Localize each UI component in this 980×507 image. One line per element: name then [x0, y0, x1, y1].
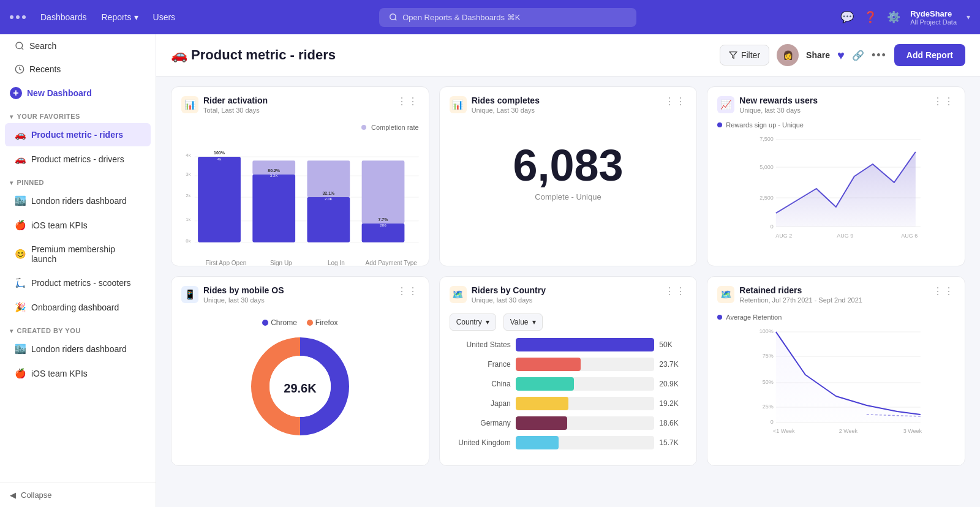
- hbar-filters-area: Country ▾ Value ▾: [450, 314, 687, 331]
- pinned-label: Pinned: [17, 179, 45, 186]
- sidebar-new-dashboard[interactable]: + New Dashboard: [0, 81, 156, 105]
- rewards-legend-dot: [717, 122, 722, 127]
- svg-text:4k: 4k: [217, 157, 222, 161]
- created-chevron: ▾: [10, 328, 13, 334]
- sidebar-item-onboarding-label: Onboarding dashboard: [31, 302, 119, 312]
- hbar-uk-track: [516, 436, 655, 449]
- sidebar-item-premium[interactable]: 😊 Premium membership launch: [5, 238, 151, 270]
- sidebar-item-london-created[interactable]: 🏙️ London riders dashboard: [5, 337, 151, 361]
- svg-text:2 Week: 2 Week: [839, 428, 858, 434]
- filter-button[interactable]: Filter: [720, 45, 769, 66]
- page-title: 🚗 Product metric - riders: [171, 47, 712, 63]
- svg-text:29.6K: 29.6K: [284, 381, 317, 395]
- rides-completes-label: Complete - Unique: [535, 192, 601, 201]
- svg-text:AUG 6: AUG 6: [902, 233, 918, 239]
- chat-icon[interactable]: 💬: [840, 10, 854, 24]
- rides-by-os-menu[interactable]: ⋮⋮: [397, 285, 419, 297]
- hbar-uk-fill: [516, 436, 559, 449]
- svg-text:AUG 2: AUG 2: [776, 233, 793, 239]
- sidebar-recents[interactable]: Recents: [5, 58, 151, 80]
- sidebar-item-premium-label: Premium membership launch: [31, 244, 141, 264]
- sidebar-item-label: Product metrics - drivers: [31, 154, 124, 164]
- sidebar-item-london[interactable]: 🏙️ London riders dashboard: [5, 189, 151, 212]
- global-search-box[interactable]: Open Reports & Dashboards ⌘K: [379, 8, 636, 27]
- user-info[interactable]: RydeShare All Project Data: [910, 9, 957, 26]
- hbar-japan-track: [516, 397, 655, 410]
- svg-text:0: 0: [771, 223, 774, 230]
- sidebar-search[interactable]: Search: [5, 35, 151, 57]
- sidebar-favorites-section[interactable]: ▾ Your Favorites: [0, 105, 156, 122]
- rider-activation-title: Rider activation: [203, 96, 268, 105]
- sidebar-item-ios-created[interactable]: 🍎 iOS team KPIs: [5, 362, 151, 385]
- reports-nav[interactable]: Reports: [102, 12, 138, 22]
- copy-link-button[interactable]: 🔗: [852, 50, 864, 61]
- dashboards-nav[interactable]: Dashboards: [40, 12, 87, 22]
- hbar-germany: Germany 18.6K: [450, 416, 687, 430]
- add-report-button[interactable]: Add Report: [894, 44, 965, 66]
- svg-point-0: [390, 14, 396, 20]
- x-label-signup: Sign Up: [254, 260, 309, 266]
- value-filter[interactable]: Value ▾: [503, 314, 543, 331]
- sidebar-item-onboarding[interactable]: 🎉 Onboarding dashboard: [5, 296, 151, 319]
- svg-text:1k: 1k: [186, 217, 190, 222]
- favorite-button[interactable]: ♥: [837, 48, 845, 62]
- share-button[interactable]: Share: [806, 50, 830, 60]
- rides-completes-icon: 📊: [450, 96, 467, 113]
- users-nav[interactable]: Users: [153, 12, 176, 22]
- new-rewards-chart: Rewards sign up - Unique 7,500 5,000 2,5…: [707, 119, 965, 254]
- country-filter[interactable]: Country ▾: [450, 314, 496, 331]
- pinned-chevron: ▾: [10, 179, 13, 186]
- rides-completes-header: 📊 Rides completes Unique, Last 30 days ⋮…: [440, 87, 697, 119]
- retention-legend-dot: [717, 315, 722, 320]
- riders-by-country-header: 🗺️ Riders by Country Unique, last 30 day…: [440, 277, 697, 309]
- car-icon-2: 🚗: [15, 154, 26, 165]
- svg-marker-55: [776, 332, 921, 423]
- hbar-france: France 23.7K: [450, 358, 687, 371]
- hbar-china-value: 20.9K: [659, 380, 687, 388]
- app-logo[interactable]: [10, 15, 26, 19]
- new-rewards-title: New rewards users: [739, 96, 818, 105]
- sidebar-item-product-metric-riders[interactable]: 🚗 Product metric - riders: [5, 123, 151, 146]
- settings-icon[interactable]: ⚙️: [887, 10, 900, 24]
- sidebar-collapse-btn[interactable]: ◀ Collapse: [0, 483, 156, 507]
- username: RydeShare: [910, 9, 957, 18]
- sidebar-search-label: Search: [29, 41, 56, 51]
- sidebar-item-ios-label: iOS team KPIs: [31, 220, 88, 230]
- sidebar-pinned-section[interactable]: ▾ Pinned: [0, 171, 156, 189]
- svg-text:100%: 100%: [760, 328, 774, 334]
- sidebar-item-ios[interactable]: 🍎 iOS team KPIs: [5, 214, 151, 237]
- riders-by-country-title: Riders by Country: [472, 285, 546, 295]
- sidebar-item-scooters-label: Product metrics - scooters: [31, 278, 131, 288]
- rider-activation-menu[interactable]: ⋮⋮: [397, 96, 419, 107]
- rides-by-os-subtitle: Unique, last 30 days: [203, 296, 284, 304]
- svg-text:7,500: 7,500: [760, 136, 774, 142]
- legend-chrome: Chrome: [262, 318, 297, 327]
- hbar-uk-label: United Kingdom: [450, 438, 511, 447]
- sidebar-item-product-metric-drivers[interactable]: 🚗 Product metrics - drivers: [5, 148, 151, 171]
- user-menu-chevron[interactable]: [967, 13, 970, 21]
- rider-activation-card: 📊 Rider activation Total, Last 30 days ⋮…: [171, 86, 429, 266]
- funnel-chart: Completion rate 4k 3k 2k 1k 0k: [172, 119, 429, 266]
- sidebar-item-london-created-label: London riders dashboard: [31, 344, 127, 354]
- sidebar-created-section[interactable]: ▾ Created By You: [0, 320, 156, 337]
- retained-riders-subtitle: Retention, Jul 27th 2021 - Sept 2nd 2021: [739, 296, 862, 304]
- hbar-us-label: United States: [450, 340, 511, 349]
- svg-text:AUG 9: AUG 9: [837, 233, 854, 239]
- project-label: All Project Data: [910, 18, 957, 26]
- more-options-button[interactable]: •••: [872, 49, 887, 62]
- firefox-label: Firefox: [315, 318, 338, 327]
- rides-by-os-card: 📱 Rides by mobile OS Unique, last 30 day…: [171, 276, 429, 466]
- search-icon: [389, 13, 398, 21]
- x-label-payment: Add Payment Type: [364, 260, 419, 266]
- help-icon[interactable]: ❓: [864, 10, 877, 24]
- retained-riders-card: 🗺️ Retained riders Retention, Jul 27th 2…: [707, 276, 965, 466]
- rider-activation-header: 📊 Rider activation Total, Last 30 days ⋮…: [172, 87, 429, 119]
- svg-text:2.0K: 2.0K: [325, 197, 333, 201]
- rides-completes-menu[interactable]: ⋮⋮: [665, 96, 687, 107]
- riders-by-country-menu[interactable]: ⋮⋮: [665, 285, 687, 297]
- sidebar-item-scooters[interactable]: 🛴 Product metrics - scooters: [5, 271, 151, 295]
- dashboard-grid: 📊 Rider activation Total, Last 30 days ⋮…: [156, 77, 980, 476]
- new-rewards-legend: Rewards sign up - Unique: [717, 121, 955, 129]
- retained-riders-menu[interactable]: ⋮⋮: [933, 285, 955, 297]
- new-rewards-menu[interactable]: ⋮⋮: [933, 96, 955, 107]
